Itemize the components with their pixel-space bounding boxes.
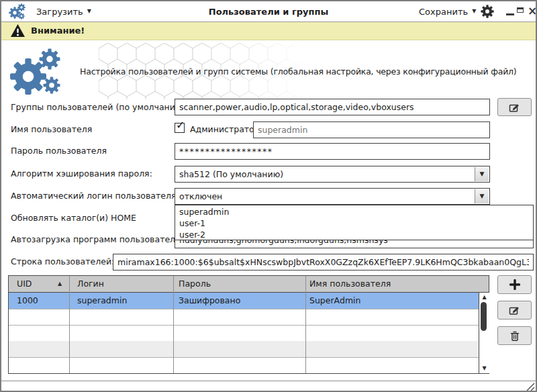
settings-gear-button[interactable]: [481, 5, 494, 18]
delete-user-button[interactable]: [497, 326, 532, 345]
hash-algo-select[interactable]: sha512 (По умолчанию) ▼: [175, 166, 490, 183]
column-header-uid[interactable]: UID: [17, 279, 32, 289]
warning-icon: [10, 23, 26, 38]
status-bar-divider: [1, 381, 536, 381]
username-label: Имя пользователя: [11, 124, 92, 134]
autologin-dropdown-button[interactable]: ▼: [475, 189, 489, 203]
password-label: Пароль пользователя: [11, 146, 107, 156]
scroll-down-button[interactable]: ▼: [479, 364, 489, 373]
users-table: UID ▲ Логин Пароль Имя пользователя 1000…: [8, 275, 489, 374]
header-gears-icon: [9, 48, 74, 97]
hash-algo-label: Алгоритм хэширования пароля:: [11, 168, 152, 179]
warning-text: Внимание!: [31, 26, 85, 36]
autologin-option-superadmin[interactable]: superadmin: [175, 206, 533, 217]
edit-icon: [509, 102, 520, 113]
edit-icon: [509, 305, 520, 315]
column-divider: [69, 276, 70, 373]
table-empty-row[interactable]: [9, 357, 489, 373]
admin-checkbox-label: Администратор: [190, 124, 260, 134]
save-button[interactable]: Сохранить ▼: [419, 4, 476, 19]
title-bar: Загрузить ▼ Пользователи и группы Сохран…: [1, 1, 536, 22]
table-row-selected[interactable]: 1000 superadmin Зашифровано SuperAdmin: [9, 293, 489, 309]
cell-login: superadmin: [77, 295, 127, 305]
autologin-option-user-2[interactable]: user-2: [175, 229, 533, 240]
scroll-thumb[interactable]: [481, 302, 487, 331]
cell-password: Зашифровано: [179, 295, 240, 305]
autologin-value: отключен: [179, 191, 222, 201]
username-input[interactable]: [253, 121, 490, 138]
table-scrollbar[interactable]: ▲ ▼: [479, 293, 489, 373]
scroll-up-button[interactable]: ▲: [479, 293, 489, 301]
edit-groups-button[interactable]: [497, 98, 532, 116]
home-update-label: Обновлять каталог(и) HOME: [11, 213, 136, 223]
trash-icon: [509, 330, 520, 342]
column-header-name[interactable]: Имя пользователя: [309, 279, 391, 289]
autologin-dropdown-list: superadmin user-1 user-2: [175, 205, 534, 240]
minimize-button[interactable]: [506, 7, 514, 15]
cell-name: SuperAdmin: [309, 295, 360, 305]
autologin-label: Автоматический логин пользователя: [11, 191, 177, 201]
hash-algo-dropdown-button[interactable]: ▼: [475, 167, 489, 181]
users-string-label: Строка пользователей:: [11, 256, 114, 266]
column-divider: [173, 276, 174, 373]
autologin-select[interactable]: отключен ▼: [175, 188, 490, 205]
save-button-label: Сохранить: [419, 7, 468, 17]
chevron-down-icon: ▼: [480, 171, 485, 177]
table-empty-row[interactable]: [9, 325, 489, 342]
autostart-label: Автозагрузка программ пользователей: [11, 234, 186, 244]
add-user-button[interactable]: [497, 275, 532, 294]
warning-banner: Внимание!: [1, 22, 536, 40]
chevron-down-icon: ▼: [480, 193, 485, 199]
groups-input[interactable]: [175, 99, 490, 115]
plus-icon: [509, 279, 520, 290]
column-divider: [305, 276, 306, 373]
maximize-button[interactable]: [517, 7, 524, 13]
hash-algo-value: sha512 (По умолчанию): [179, 169, 283, 179]
column-header-login[interactable]: Логин: [77, 279, 104, 289]
admin-checkbox[interactable]: ✓: [175, 123, 185, 133]
groups-label: Группы пользователей (по умолчанию): [11, 102, 185, 112]
table-empty-row[interactable]: [9, 309, 489, 326]
users-string-input[interactable]: [113, 254, 534, 271]
resize-grip[interactable]: [526, 383, 536, 392]
autologin-option-user-1[interactable]: user-1: [175, 217, 533, 229]
close-button[interactable]: ×: [528, 7, 536, 15]
sort-ascending-icon: ▲: [58, 281, 62, 287]
table-empty-row[interactable]: [9, 341, 489, 358]
cell-uid: 1000: [17, 295, 38, 305]
password-input[interactable]: [175, 143, 490, 160]
column-header-password[interactable]: Пароль: [179, 279, 211, 289]
app-window: Загрузить ▼ Пользователи и группы Сохран…: [0, 0, 537, 392]
chevron-down-icon: ▼: [472, 9, 476, 14]
header-description: Настройка пользователей и групп системы …: [80, 66, 517, 77]
edit-user-button[interactable]: [497, 301, 532, 320]
check-icon: ✓: [176, 119, 185, 132]
table-header: UID ▲ Логин Пароль Имя пользователя: [9, 276, 489, 293]
